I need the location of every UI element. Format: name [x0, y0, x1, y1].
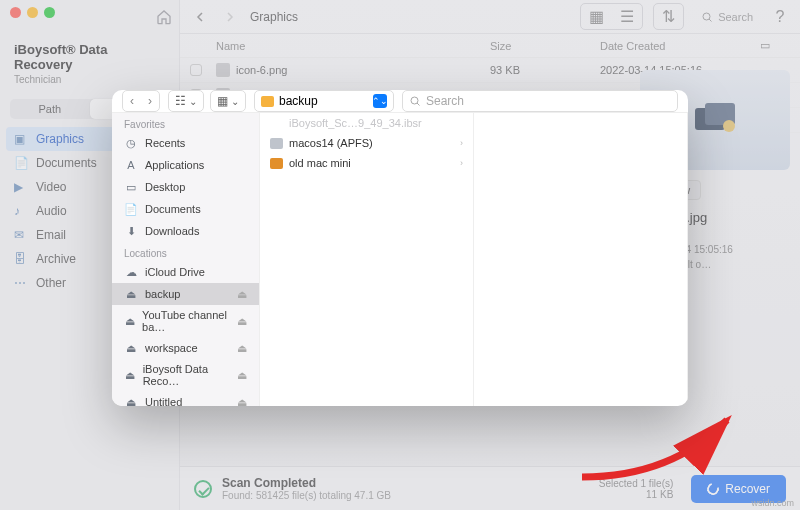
hdd-icon: ⏏ [124, 287, 138, 301]
folder-icon [270, 158, 283, 169]
apps-icon: A [124, 158, 138, 172]
chevron-right-icon: › [460, 138, 463, 148]
sidebar-item-label: Desktop [145, 181, 185, 193]
sidebar-item[interactable]: ☁iCloud Drive [112, 261, 259, 283]
eject-icon[interactable]: ⏏ [237, 369, 247, 382]
hdd-icon: ⏏ [124, 341, 138, 355]
dialog-location-label: backup [279, 94, 318, 108]
eject-icon[interactable]: ⏏ [237, 396, 247, 407]
dialog-column-1: iBoysoft_Sc…9_49_34.ibsrmacos14 (APFS)›o… [260, 113, 474, 406]
dialog-search[interactable]: Search [402, 90, 678, 112]
sidebar-section-header: Locations [112, 242, 259, 261]
sidebar-item[interactable]: ⏏iBoysoft Data Reco…⏏ [112, 359, 259, 391]
dialog-nav: ‹ › [122, 90, 160, 112]
eject-icon[interactable]: ⏏ [237, 315, 247, 328]
sidebar-item-label: Documents [145, 203, 201, 215]
drive-icon [270, 138, 283, 149]
cloud-icon: ☁ [124, 265, 138, 279]
chevron-right-icon: › [460, 158, 463, 168]
doc-icon: 📄 [124, 202, 138, 216]
dialog-column-2 [474, 113, 688, 406]
column-item[interactable]: old mac mini› [260, 153, 473, 173]
save-dialog: ‹ › ☷ ⌄ ▦ ⌄ backup ⌃⌄ Search Fav [112, 90, 688, 406]
sidebar-item-label: Recents [145, 137, 185, 149]
sidebar-item-label: backup [145, 288, 180, 300]
hdd-icon: ⏏ [124, 395, 138, 406]
hdd-icon: ⏏ [124, 314, 135, 328]
svg-point-4 [411, 97, 418, 104]
sidebar-item-label: Untitled [145, 396, 182, 406]
desktop-icon: ▭ [124, 180, 138, 194]
dialog-location[interactable]: backup ⌃⌄ [254, 90, 394, 112]
sidebar-section-header: Favorites [112, 113, 259, 132]
sidebar-item[interactable]: ⏏YouTube channel ba…⏏ [112, 305, 259, 337]
watermark: wsidn.com [751, 498, 794, 508]
sidebar-item-label: iBoysoft Data Reco… [143, 363, 230, 387]
folder-icon [261, 96, 274, 107]
sidebar-item-label: workspace [145, 342, 198, 354]
sidebar-item[interactable]: ⬇Downloads [112, 220, 259, 242]
dialog-back-button[interactable]: ‹ [123, 91, 141, 111]
dialog-toolbar: ‹ › ☷ ⌄ ▦ ⌄ backup ⌃⌄ Search [112, 90, 688, 113]
save-dialog-backdrop: ‹ › ☷ ⌄ ▦ ⌄ backup ⌃⌄ Search Fav [0, 0, 800, 510]
app-window: iBoysoft® Data Recovery Technician Path … [0, 0, 800, 510]
dialog-forward-button[interactable]: › [141, 91, 159, 111]
column-item[interactable]: macos14 (APFS)› [260, 133, 473, 153]
dialog-search-placeholder: Search [426, 94, 464, 108]
hdd-icon: ⏏ [124, 368, 136, 382]
column-item-label: iBoysoft_Sc…9_49_34.ibsr [289, 117, 422, 129]
sidebar-item-label: Applications [145, 159, 204, 171]
clock-icon: ◷ [124, 136, 138, 150]
sidebar-item[interactable]: ◷Recents [112, 132, 259, 154]
sidebar-item[interactable]: ⏏Untitled⏏ [112, 391, 259, 406]
column-item-label: old mac mini [289, 157, 351, 169]
sidebar-item-label: YouTube channel ba… [142, 309, 230, 333]
dialog-sidebar: Favorites◷RecentsAApplications▭Desktop📄D… [112, 113, 260, 406]
sidebar-item-label: iCloud Drive [145, 266, 205, 278]
sidebar-item-label: Downloads [145, 225, 199, 237]
sidebar-item[interactable]: ⏏backup⏏ [112, 283, 259, 305]
column-item-label: macos14 (APFS) [289, 137, 373, 149]
dialog-view-controls: ☷ ⌄ ▦ ⌄ [168, 90, 246, 112]
sidebar-item[interactable]: 📄Documents [112, 198, 259, 220]
dialog-columns: iBoysoft_Sc…9_49_34.ibsrmacos14 (APFS)›o… [260, 113, 688, 406]
dialog-view-columns[interactable]: ☷ ⌄ [168, 90, 204, 112]
sidebar-item[interactable]: ⏏workspace⏏ [112, 337, 259, 359]
eject-icon[interactable]: ⏏ [237, 342, 247, 355]
down-icon: ⬇ [124, 224, 138, 238]
column-item[interactable]: iBoysoft_Sc…9_49_34.ibsr [260, 113, 473, 133]
dropdown-icon: ⌃⌄ [373, 94, 387, 108]
sidebar-item[interactable]: ▭Desktop [112, 176, 259, 198]
dialog-group-button[interactable]: ▦ ⌄ [210, 90, 246, 112]
sidebar-item[interactable]: AApplications [112, 154, 259, 176]
eject-icon[interactable]: ⏏ [237, 288, 247, 301]
